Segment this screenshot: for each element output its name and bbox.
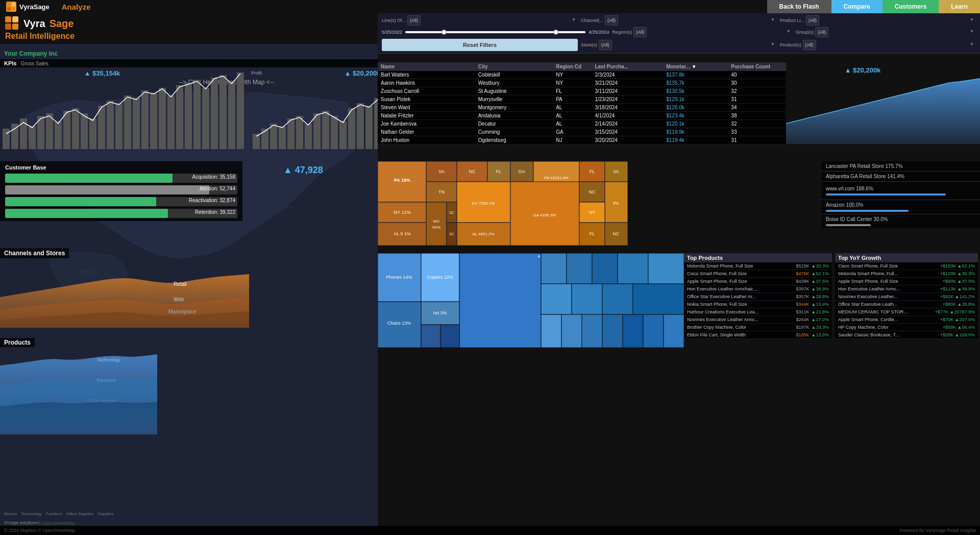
svg-text:Office Supplies: Office Supplies [87,398,118,403]
filter-product-li-select[interactable]: (All) [806,15,819,26]
filter-group-select[interactable]: (All) [815,27,828,37]
svg-rect-155 [643,314,664,348]
table-row[interactable]: Steven Ward Montgomery AL 3/18/2024 $126… [378,104,786,112]
tp-row-1[interactable]: Motorola Smart Phone, Full Size $515K ▲3… [684,262,832,270]
svg-rect-3 [12,7,15,11]
svg-rect-151 [561,314,582,348]
svg-rect-60 [365,106,373,149]
table-row[interactable]: Zuschuss Carroll St Augustine FL 3/11/20… [378,87,786,95]
yoy-row-10[interactable]: Sauder Classic Bookcase, T... +$58K ▲109… [835,331,978,339]
svg-rect-48 [261,129,268,149]
yoy-row-1[interactable]: Cisco Smart Phone, Full Size +$183K ▲62.… [835,262,978,270]
svg-rect-147 [572,284,602,314]
table-row[interactable]: Nathan Gelder Cumming GA 3/15/2024 $119.… [378,128,786,136]
svg-rect-39 [193,80,201,149]
ct-header-monetary: Monetar... ▼ [666,64,731,69]
svg-rect-59 [357,103,364,149]
yoy-row-5[interactable]: Novimex Executive Leather... +$92K ▲141.… [835,293,978,301]
yoy-row-3[interactable]: Apple Smart Phone, Full Size +$90K ▲37.5… [835,278,978,285]
svg-rect-37 [176,85,183,149]
store-bar-5: Boise ID Call Center 30.0% [822,214,980,228]
table-row[interactable]: Natalie Fritzler Andalusia AL 4/1/2024 $… [378,112,786,120]
productli-dropdown-arrow: ▼ [970,17,974,22]
yoy-row-2[interactable]: Motorola Smart Phone, Full... +$120K ▲30… [835,270,978,278]
svg-text:PA 18%: PA 18% [394,178,410,183]
logo-text-sage: Sage [50,18,74,30]
svg-text:FL: FL [590,231,595,236]
tp-row-10[interactable]: Eldon File Cart, Single Width $185K ▲13.… [684,331,832,339]
tp-row-8[interactable]: Novimex Executive Leather Armc... $264K … [684,316,832,324]
svg-rect-154 [623,314,643,348]
svg-rect-35 [159,88,166,149]
svg-rect-53 [305,124,312,149]
svg-rect-25 [72,108,79,149]
yoy-row-9[interactable]: HP Copy Machine, Color +$59K ▲56.4% [835,324,978,331]
svg-text:Profit: Profit [251,70,262,76]
svg-text:Retail: Retail [174,281,187,287]
top-navigation: VyraSage Analyze Back to Flash Compare C… [0,0,980,13]
tp-row-2[interactable]: Cisco Smart Phone, Full Size $476K ▲62.1… [684,270,832,278]
logo-text-vyra: Vyra [23,18,45,30]
customer-count: ▲ 47,928 [283,165,323,176]
store-bar-1: Lancaster PA Retail Store 175.7% [822,161,980,172]
svg-text:VA: VA [613,169,619,174]
reset-filters-button[interactable]: Reset Filters [382,39,578,51]
yoy-row-4[interactable]: Hon Executive Leather Armc... +$113K ▲39… [835,285,978,293]
svg-rect-52 [296,116,303,149]
tab-back-to-flash[interactable]: Back to Flash [767,0,831,13]
tp-row-5[interactable]: Office Star Executive Leather Ar... $357… [684,293,832,301]
filter-product-select[interactable]: (All) [803,40,816,50]
acquisition-bar-row: Acquisition: 35,158 [5,174,237,183]
channel-dropdown-arrow: ▼ [771,17,775,22]
svg-rect-153 [602,314,623,348]
yoy-row-8[interactable]: Apple Smart Phone, Cordle... +$70K ▲207.… [835,316,978,324]
svg-text:Art 3%: Art 3% [433,310,447,315]
ct-header-city: City [478,64,556,69]
filter-store-select[interactable]: (All) [599,40,612,50]
table-row[interactable]: Bart Watters Cobleskill NY 2/3/2024 $137… [378,71,786,79]
svg-text:Chairs 13%: Chairs 13% [387,321,411,326]
channels-treemap: PA 18% VA NC FL GA PA 12041.6% TN [378,161,628,246]
tp-row-9[interactable]: Brother Copy Machine, Color $197K ▲33.3% [684,324,832,331]
filter-channel-select[interactable]: (All) [605,15,618,26]
svg-rect-138 [421,325,440,348]
svg-text:▲ $20,200k: ▲ $20,200k [345,69,378,77]
brand-logo-icon [6,2,16,12]
products-title: Products [4,339,31,346]
svg-text:TN: TN [438,189,445,194]
svg-rect-42 [219,75,227,149]
tab-customers[interactable]: Customers [883,0,939,13]
tp-row-6[interactable]: Nokia Smart Phone, Full Size $344K ▲13.4… [684,301,832,308]
ct-header-date: Last Purcha... [595,64,666,69]
svg-rect-40 [202,88,209,149]
svg-text:AL 4651.2%: AL 4651.2% [472,232,494,236]
tab-learn[interactable]: Learn [939,0,980,13]
filter-region-label: Region(s) [612,30,632,35]
tp-row-3[interactable]: Apple Smart Phone, Full Size $439K ▲37.5… [684,278,832,285]
svg-rect-58 [348,108,355,149]
yoy-row-6[interactable]: Office Star Executive Leath... +$80K ▲28… [835,301,978,308]
top-products-table: Top Products Motorola Smart Phone, Full … [684,253,832,339]
analyze-section: Analyze [56,3,767,11]
svg-rect-38 [185,83,192,149]
filter-group-label: Group(s) [796,30,814,35]
tp-row-7[interactable]: Harbour Creations Executive Lea... $311K… [684,308,832,316]
yoy-row-7[interactable]: MEDIUM CERAMIC TOP STOR... +$77K ▲20787.… [835,308,978,316]
date-start: 5/25/2022 [382,30,402,35]
svg-text:PA 12041.6%: PA 12041.6% [544,176,569,180]
filter-region-select[interactable]: (All) [633,27,647,37]
top-yoy-table: Top YoY Growth Cisco Smart Phone, Full S… [835,253,978,339]
svg-text:VA: VA [438,169,444,174]
logo-icon [5,16,19,31]
tp-row-4[interactable]: Hon Executive Leather Armchair,... $397K… [684,285,832,293]
table-row[interactable]: Aaron Hawkins Westbury NY 3/21/2024 $135… [378,79,786,87]
svg-rect-148 [602,284,633,314]
customer-base-title: Customer Base [5,164,237,171]
table-row[interactable]: John Huston Ogdensburg NJ 3/20/2024 $119… [378,136,786,144]
table-row[interactable]: Susan Pistek Murrysville PA 1/23/2024 $1… [378,95,786,104]
filter-lines-select[interactable]: (All) [407,15,421,26]
tab-compare[interactable]: Compare [831,0,883,13]
products-treemap: Phones 14% Copiers 12% Chairs 13% Art 3%… [378,253,684,348]
analyze-label: Analyze [62,3,91,11]
table-row[interactable]: Joe Kamberova Decatur AL 2/14/2024 $120.… [378,120,786,128]
